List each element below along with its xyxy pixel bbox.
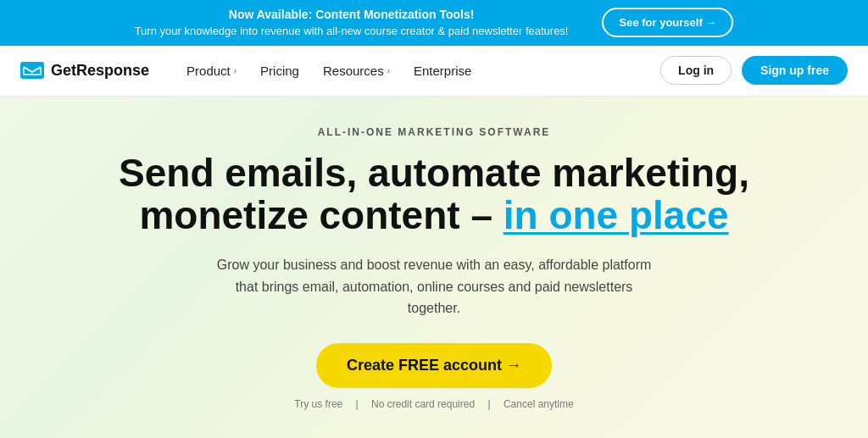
nav-actions: Log in Sign up free [660, 56, 848, 85]
footnote-sep1: | [356, 398, 359, 410]
footnote-cancel: Cancel anytime [504, 398, 574, 410]
nav-item-pricing[interactable]: Pricing [250, 57, 309, 85]
hero-cta-button[interactable]: Create FREE account → [316, 343, 552, 388]
headline-part2: monetize content – [139, 193, 503, 237]
chevron-down-icon: › [387, 66, 390, 75]
hero-section: ALL-IN-ONE MARKETING SOFTWARE Send email… [0, 97, 868, 438]
chevron-down-icon: › [234, 66, 236, 75]
nav-label-product: Product [186, 64, 231, 78]
banner-subtitle: Turn your knowledge into revenue with al… [135, 24, 569, 39]
navbar: GetResponse Product › Pricing Resources … [0, 46, 868, 97]
login-button[interactable]: Log in [660, 56, 732, 85]
logo-icon [20, 62, 44, 79]
logo-text: GetResponse [51, 62, 149, 80]
footnote-try: Try us free [294, 398, 342, 410]
signup-button[interactable]: Sign up free [742, 56, 848, 85]
logo[interactable]: GetResponse [20, 62, 149, 80]
nav-label-enterprise: Enterprise [414, 64, 471, 78]
nav-links: Product › Pricing Resources › Enterprise [176, 57, 660, 85]
headline-part1: Send emails, automate marketing, [119, 151, 749, 195]
nav-item-enterprise[interactable]: Enterprise [403, 57, 481, 85]
top-banner: Now Available: Content Monetization Tool… [0, 0, 868, 46]
banner-cta-button[interactable]: See for yourself → [602, 8, 733, 37]
banner-text: Now Available: Content Monetization Tool… [135, 7, 569, 39]
banner-title: Now Available: Content Monetization Tool… [135, 7, 569, 24]
footnote-sep2: | [487, 398, 490, 410]
nav-item-product[interactable]: Product › [176, 57, 247, 85]
headline-highlight: in one place [504, 193, 729, 237]
hero-eyebrow: ALL-IN-ONE MARKETING SOFTWARE [318, 126, 551, 138]
hero-footnote: Try us free | No credit card required | … [289, 398, 578, 410]
footnote-no-card: No credit card required [371, 398, 475, 410]
hero-headline: Send emails, automate marketing, monetiz… [119, 152, 749, 237]
subtext-line1: Grow your business and boost revenue wit… [217, 258, 652, 272]
nav-item-resources[interactable]: Resources › [313, 57, 400, 85]
subtext-line2: that brings email, automation, online co… [236, 280, 633, 316]
nav-label-pricing: Pricing [260, 64, 299, 78]
hero-subtext: Grow your business and boost revenue wit… [214, 254, 654, 319]
nav-label-resources: Resources [323, 64, 384, 78]
